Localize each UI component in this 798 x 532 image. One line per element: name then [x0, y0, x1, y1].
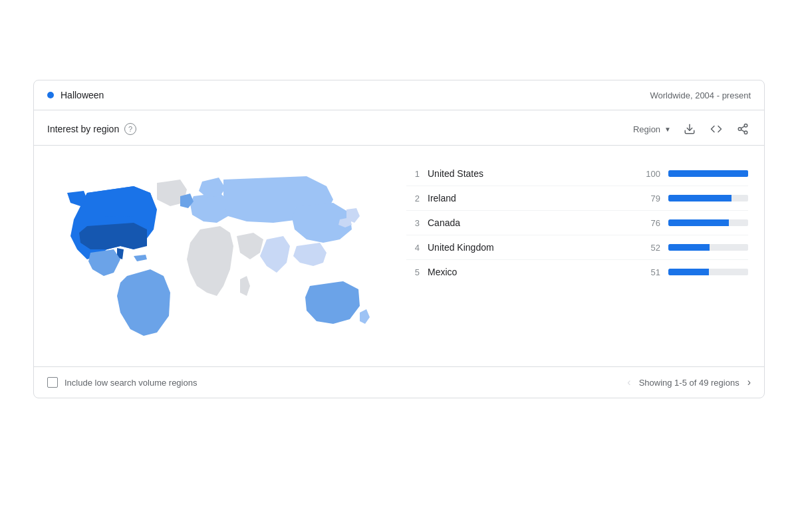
- date-range: Worldwide, 2004 - present: [650, 90, 751, 100]
- rank-bar-container: [668, 170, 748, 177]
- pagination: ‹ Showing 1-5 of 49 regions ›: [627, 376, 751, 388]
- rank-country: Mexico: [428, 267, 628, 277]
- download-icon[interactable]: [682, 121, 698, 137]
- rank-value: 51: [636, 267, 660, 277]
- svg-line-4: [741, 130, 744, 132]
- pagination-text: Showing 1-5 of 49 regions: [639, 378, 739, 388]
- rank-value: 76: [636, 218, 660, 228]
- rank-country: Canada: [428, 217, 628, 228]
- world-map: [47, 163, 393, 349]
- rank-value: 100: [636, 169, 660, 179]
- rank-number: 3: [406, 218, 420, 228]
- rank-number: 4: [406, 243, 420, 253]
- term-dot: [47, 92, 54, 98]
- rank-bar-container: [668, 269, 748, 275]
- card-footer: Include low search volume regions ‹ Show…: [34, 366, 764, 398]
- page-wrapper: Halloween Worldwide, 2004 - present Inte…: [0, 0, 798, 532]
- rank-number: 2: [406, 194, 420, 203]
- prev-page-button[interactable]: ‹: [627, 376, 630, 388]
- next-page-button[interactable]: ›: [747, 376, 751, 388]
- term-label: Halloween: [47, 90, 104, 100]
- rank-row[interactable]: 1 United States 100: [406, 162, 748, 186]
- rank-bar-fill: [668, 195, 732, 201]
- rank-row[interactable]: 4 United Kingdom 52: [406, 235, 748, 260]
- embed-icon[interactable]: [708, 121, 724, 137]
- low-volume-label: Include low search volume regions: [65, 378, 197, 388]
- rank-country: United Kingdom: [428, 242, 628, 253]
- rank-number: 5: [406, 267, 420, 277]
- svg-line-5: [741, 126, 744, 128]
- rank-bar-container: [668, 195, 748, 201]
- low-volume-checkbox[interactable]: [47, 377, 58, 388]
- rank-bar-fill: [668, 219, 729, 226]
- rank-bar-fill: [668, 269, 709, 275]
- rank-country: Ireland: [428, 193, 628, 203]
- rank-number: 1: [406, 169, 420, 179]
- rank-bar-container: [668, 244, 748, 251]
- toolbar-right: Region ▼: [633, 121, 751, 137]
- term-text: Halloween: [61, 90, 104, 100]
- region-label: Region: [633, 124, 660, 134]
- rank-row[interactable]: 2 Ireland 79: [406, 186, 748, 211]
- rank-value: 79: [636, 194, 660, 203]
- rank-country: United States: [428, 168, 628, 179]
- header-bar: Halloween Worldwide, 2004 - present: [34, 80, 764, 110]
- region-dropdown[interactable]: Region ▼: [633, 124, 671, 134]
- rank-bar-container: [668, 219, 748, 226]
- low-volume-checkbox-label[interactable]: Include low search volume regions: [47, 377, 197, 388]
- share-icon[interactable]: [735, 121, 751, 137]
- chevron-down-icon: ▼: [664, 126, 671, 133]
- rank-row[interactable]: 5 Mexico 51: [406, 260, 748, 284]
- rank-bar-fill: [668, 170, 748, 177]
- map-area: [34, 156, 406, 356]
- help-icon[interactable]: ?: [124, 123, 136, 135]
- rankings-list: 1 United States 100 2 Ireland 79 3 Canad…: [406, 156, 764, 356]
- rank-row[interactable]: 3 Canada 76: [406, 211, 748, 235]
- section-title-group: Interest by region ?: [47, 123, 136, 135]
- content-area: 1 United States 100 2 Ireland 79 3 Canad…: [34, 145, 764, 366]
- section-header: Interest by region ? Region ▼: [34, 110, 764, 145]
- rank-bar-fill: [668, 244, 710, 251]
- trends-card: Halloween Worldwide, 2004 - present Inte…: [33, 80, 765, 398]
- section-title: Interest by region: [47, 124, 119, 134]
- rank-value: 52: [636, 243, 660, 253]
